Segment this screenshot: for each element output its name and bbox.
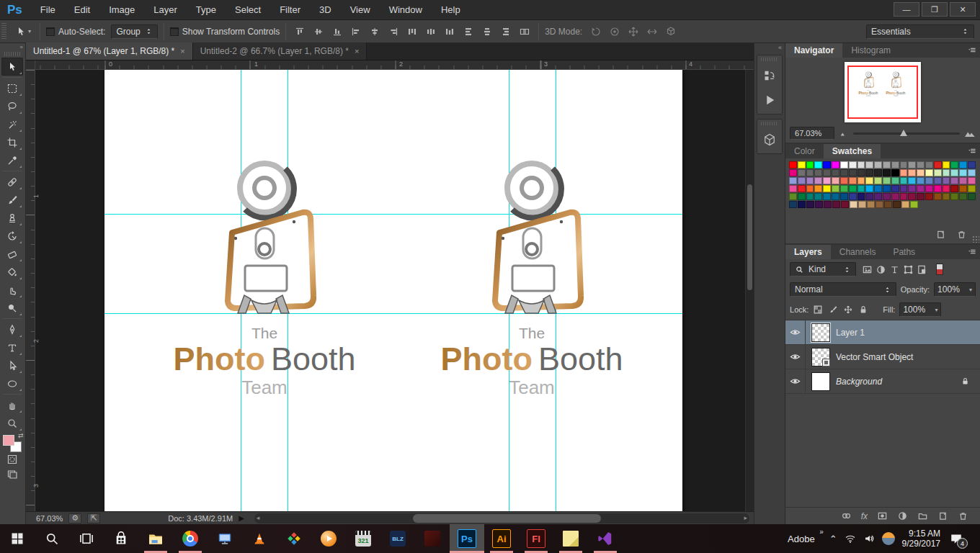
color-swatch[interactable] — [925, 177, 933, 184]
color-swatch[interactable] — [865, 193, 873, 200]
color-swatch[interactable] — [815, 201, 823, 208]
color-swatch[interactable] — [934, 177, 942, 184]
adjustment-layer-button[interactable] — [897, 511, 908, 521]
color-swatch[interactable] — [814, 177, 822, 184]
color-swatch[interactable] — [893, 201, 901, 208]
vertical-ruler[interactable]: 123 — [26, 70, 35, 511]
filter-kind-shape[interactable] — [903, 264, 914, 275]
taskbar-illustrator[interactable]: Ai — [484, 524, 519, 553]
options-bar-grip[interactable] — [1, 23, 6, 40]
color-swatch[interactable] — [798, 161, 806, 168]
taskbar-remote-desktop[interactable] — [208, 524, 242, 553]
horizontal-ruler[interactable]: 01234 — [35, 60, 754, 70]
magic-wand-tool[interactable] — [1, 115, 23, 133]
color-swatch[interactable] — [849, 169, 857, 176]
action-center-icon[interactable]: 4 — [948, 530, 965, 547]
taskbar-media-player[interactable] — [311, 524, 346, 553]
color-swatch[interactable] — [968, 185, 976, 192]
color-swatch[interactable] — [874, 185, 882, 192]
color-swatch[interactable] — [959, 193, 967, 200]
color-swatch[interactable] — [806, 193, 814, 200]
add-mask-button[interactable] — [877, 511, 888, 521]
color-swatch[interactable] — [823, 177, 831, 184]
zoom-out-mountain-icon[interactable] — [839, 128, 849, 138]
hidden-icons-chevron[interactable]: ⌃ — [829, 534, 837, 544]
color-swatch[interactable] — [925, 185, 933, 192]
color-swatch[interactable] — [850, 201, 858, 208]
canvas[interactable] — [104, 70, 682, 511]
history-panel-button[interactable] — [757, 63, 782, 88]
path-selection-tool[interactable] — [1, 356, 23, 374]
color-swatch[interactable] — [865, 169, 873, 176]
color-swatch[interactable] — [934, 185, 942, 192]
tab-swatches[interactable]: Swatches — [824, 144, 881, 158]
smudge-tool[interactable] — [1, 281, 23, 299]
tab-paths[interactable]: Paths — [884, 245, 924, 259]
color-swatch[interactable] — [798, 169, 806, 176]
quick-mask-button[interactable] — [3, 452, 22, 467]
navigator-thumbnail[interactable] — [845, 62, 921, 122]
color-swatch[interactable] — [908, 161, 916, 168]
workspace-switcher[interactable]: Essentials — [866, 24, 974, 39]
link-layers-button[interactable] — [841, 511, 852, 521]
tab-channels[interactable]: Channels — [831, 245, 885, 259]
close-tab-icon[interactable]: × — [355, 47, 359, 55]
rectangular-marquee-tool[interactable] — [1, 79, 23, 97]
color-swatch[interactable] — [814, 161, 822, 168]
color-swatch[interactable] — [789, 169, 797, 176]
color-swatch[interactable] — [883, 185, 891, 192]
opacity-field[interactable]: 100%▾ — [934, 282, 976, 297]
fill-field[interactable]: 100%▾ — [899, 302, 941, 317]
taskbar-battle-net[interactable]: BLZ — [380, 524, 415, 553]
crop-tool[interactable] — [1, 133, 23, 151]
delete-swatch-icon[interactable] — [956, 229, 967, 240]
checkbox-icon[interactable] — [46, 27, 55, 36]
layer-filter-toggle[interactable] — [936, 264, 943, 275]
filter-kind-smart[interactable] — [917, 264, 927, 275]
color-swatch[interactable] — [789, 193, 797, 200]
pen-tool[interactable] — [1, 320, 23, 338]
auto-select-checkbox[interactable]: Auto-Select: — [46, 27, 105, 37]
filter-kind-type[interactable] — [889, 264, 900, 275]
current-tool-preset[interactable]: ▾ — [12, 24, 34, 39]
color-swatch[interactable] — [823, 161, 831, 168]
color-swatch[interactable] — [874, 177, 882, 184]
zoom-slider-thumb[interactable] — [900, 130, 907, 136]
menu-layer[interactable]: Layer — [144, 4, 187, 15]
color-swatch[interactable] — [891, 169, 899, 176]
color-swatch[interactable] — [849, 185, 857, 192]
lock-pixels-button[interactable] — [828, 305, 838, 315]
color-swatch[interactable] — [832, 169, 839, 176]
taskbar-photoshop[interactable]: Ps — [450, 524, 484, 553]
color-swatch[interactable] — [874, 193, 882, 200]
color-swatch[interactable] — [934, 193, 942, 200]
menu-3d[interactable]: 3D — [310, 4, 341, 15]
color-swatch[interactable] — [858, 177, 865, 184]
color-swatch[interactable] — [798, 201, 806, 208]
color-swatch[interactable] — [900, 177, 908, 184]
volume-icon[interactable] — [863, 533, 875, 544]
color-swatch[interactable] — [806, 185, 814, 192]
color-swatch[interactable] — [840, 161, 848, 168]
color-swatch[interactable] — [917, 169, 925, 176]
color-swatch[interactable] — [917, 161, 925, 168]
distribute-bottom-edges-button[interactable] — [442, 24, 458, 40]
zoom-level-field[interactable]: 67.03% — [36, 514, 63, 523]
color-swatch[interactable] — [849, 177, 857, 184]
layer-row-vector-smart-object[interactable]: Vector Smart Object — [785, 345, 980, 369]
ellipse-tool[interactable] — [1, 374, 23, 392]
taskbar-flash[interactable]: Fl — [519, 524, 553, 553]
color-swatch[interactable] — [950, 185, 958, 192]
dodge-tool[interactable] — [1, 299, 23, 317]
taskbar-mpc-hc[interactable]: 321 — [346, 524, 380, 553]
color-swatch[interactable] — [840, 193, 848, 200]
onedrive-icon[interactable] — [882, 532, 895, 545]
distribute-vertical-centers-button[interactable] — [423, 24, 439, 40]
color-swatch[interactable] — [950, 169, 958, 176]
show-transform-checkbox[interactable]: Show Transform Controls — [170, 27, 280, 37]
color-swatch[interactable] — [874, 169, 882, 176]
close-tab-icon[interactable]: × — [180, 47, 184, 55]
color-swatch[interactable] — [798, 177, 806, 184]
color-swatch[interactable] — [823, 169, 831, 176]
layer-style-button[interactable]: fx — [861, 511, 868, 521]
